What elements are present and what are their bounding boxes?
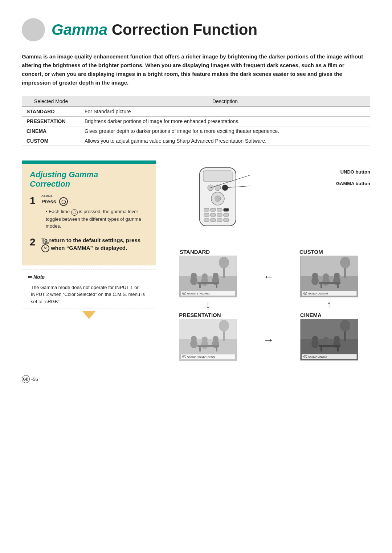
svg-rect-74 — [319, 345, 340, 347]
svg-rect-47 — [320, 284, 322, 288]
step-1-bullet: • Each time ◯ is pressed, the gamma leve… — [41, 208, 150, 230]
teal-decorative-bar — [22, 160, 156, 164]
left-column: Adjusting Gamma Correction 1 GAMMA Press… — [22, 160, 156, 361]
remote-area: UNDO button GAMMA button — [167, 164, 370, 238]
table-row: CUSTOM Allows you to adjust gamma value … — [22, 136, 370, 146]
undo-button-label: UNDO button — [340, 169, 370, 175]
custom-overlay: G GAMMA CUSTOM — [302, 291, 357, 296]
custom-mode-image: G GAMMA CUSTOM — [300, 256, 358, 297]
arrow-down-standard-icon: ↓ — [179, 299, 237, 310]
svg-point-39 — [340, 257, 350, 268]
arrow-right-icon: → — [261, 334, 276, 346]
svg-rect-12 — [211, 214, 216, 216]
standard-mode-image: G GAMMA STANDARD — [179, 256, 237, 297]
svg-point-55 — [191, 336, 197, 342]
cinema-label: CINEMA — [300, 312, 322, 318]
svg-point-53 — [219, 320, 229, 332]
svg-rect-64 — [301, 319, 358, 339]
table-cell-mode: CUSTOM — [22, 136, 80, 146]
mode-grid: STANDARD CUSTOM — [167, 249, 370, 361]
table-header-description: Description — [80, 96, 370, 107]
svg-point-41 — [312, 273, 318, 278]
mode-table: Selected Mode Description STANDARD For S… — [22, 96, 370, 146]
svg-rect-7 — [204, 208, 209, 211]
svg-rect-34 — [216, 284, 217, 288]
table-cell-mode: STANDARD — [22, 107, 80, 117]
svg-rect-22 — [179, 256, 237, 276]
arrow-down-marker — [82, 311, 95, 319]
svg-rect-60 — [197, 345, 219, 347]
arrow-up-cinema-icon: ↑ — [300, 299, 358, 310]
step-1: 1 GAMMA Press ◯. • Each time ◯ is presse… — [30, 195, 150, 230]
svg-rect-62 — [216, 347, 217, 351]
svg-rect-33 — [199, 284, 201, 288]
step-1-number: 1 — [30, 196, 38, 206]
svg-point-59 — [213, 336, 219, 342]
note-label: ✏ Note — [27, 273, 151, 282]
gamma-button-icon: ◯ — [59, 197, 68, 206]
table-cell-desc: For Standard picture — [80, 107, 370, 117]
svg-point-29 — [202, 273, 208, 279]
right-column: UNDO button GAMMA button STANDARD CUSTOM — [167, 160, 370, 361]
svg-rect-48 — [337, 284, 339, 288]
title-gamma-word: Gamma — [52, 21, 107, 38]
svg-rect-76 — [337, 347, 339, 351]
svg-rect-75 — [320, 347, 322, 351]
section-box: Adjusting Gamma Correction 1 GAMMA Press… — [22, 164, 156, 265]
svg-rect-10 — [224, 208, 229, 211]
note-box: ✏ Note The Gamma mode does not operate f… — [22, 269, 156, 309]
svg-point-31 — [213, 273, 219, 278]
table-header-mode: Selected Mode — [22, 96, 80, 107]
page-title: Gamma Correction Function — [52, 22, 257, 37]
title-rest-words: Correction Function — [107, 21, 257, 38]
presentation-label: PRESENTATION — [179, 312, 221, 318]
svg-point-6 — [215, 196, 221, 202]
svg-rect-61 — [199, 347, 201, 351]
step-1-content: GAMMA Press ◯. • Each time ◯ is pressed,… — [41, 195, 150, 230]
svg-rect-18 — [224, 219, 229, 221]
svg-point-67 — [340, 320, 350, 332]
custom-label: CUSTOM — [299, 249, 323, 255]
press-label: Press — [41, 198, 56, 206]
table-row: CINEMA Gives greater depth to darker por… — [22, 126, 370, 136]
svg-rect-36 — [301, 256, 358, 276]
svg-rect-15 — [204, 219, 209, 221]
table-cell-desc: Gives greater depth to darker portions o… — [80, 126, 370, 136]
svg-rect-9 — [217, 208, 222, 211]
step-2-content: To return to the default settings, press… — [41, 236, 150, 252]
gb-circle: GB — [22, 375, 30, 383]
svg-point-71 — [323, 337, 329, 342]
note-pencil-icon: ✏ — [27, 273, 32, 282]
table-cell-desc: Allows you to adjust gamma value using S… — [80, 136, 370, 146]
intro-paragraph: Gamma is an image quality enhancement fu… — [22, 52, 367, 87]
svg-point-69 — [312, 336, 318, 342]
svg-rect-8 — [211, 208, 216, 211]
table-cell-mode: CINEMA — [22, 126, 80, 136]
svg-point-3 — [215, 185, 221, 191]
table-cell-desc: Brightens darker portions of image for m… — [80, 117, 370, 126]
page-number: -56 — [31, 377, 38, 382]
section-heading: Adjusting Gamma Correction — [30, 170, 150, 189]
step-2: 2 To return to the default settings, pre… — [30, 236, 150, 252]
svg-point-57 — [202, 337, 208, 342]
gamma-button-label: GAMMA button — [336, 181, 370, 186]
cinema-overlay: G GAMMA CINEMA — [302, 354, 357, 359]
svg-rect-16 — [211, 219, 216, 221]
svg-point-45 — [334, 273, 340, 278]
svg-point-43 — [323, 273, 329, 279]
presentation-overlay: G GAMMA PRESENTATION — [180, 354, 236, 359]
table-row: PRESENTATION Brightens darker portions o… — [22, 117, 370, 126]
svg-rect-1 — [203, 171, 232, 182]
standard-overlay: G GAMMA STANDARD — [180, 291, 236, 296]
cinema-mode-image: G GAMMA CINEMA — [300, 319, 358, 361]
svg-rect-46 — [319, 282, 340, 284]
page-number-area: GB -56 — [22, 375, 370, 383]
svg-rect-32 — [197, 282, 219, 284]
standard-label: STANDARD — [180, 249, 210, 255]
arrow-left-icon: ← — [261, 271, 276, 283]
table-row: STANDARD For Standard picture — [22, 107, 370, 117]
remote-control-svg — [178, 164, 258, 237]
svg-point-25 — [219, 257, 229, 268]
step-2-number: 2 — [30, 237, 38, 247]
svg-rect-11 — [204, 214, 209, 216]
